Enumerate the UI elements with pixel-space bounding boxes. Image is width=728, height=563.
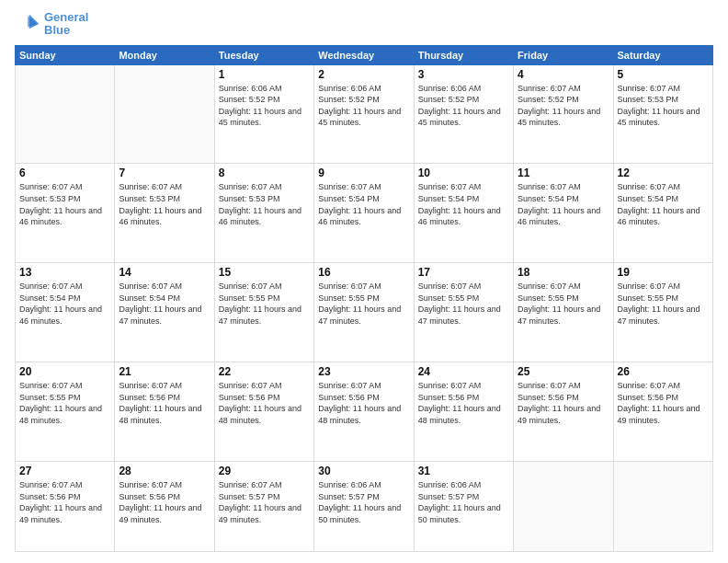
day-number: 13 [19, 266, 110, 279]
table-row: 14Sunrise: 6:07 AM Sunset: 5:54 PM Dayli… [115, 263, 214, 362]
table-row: 29Sunrise: 6:07 AM Sunset: 5:57 PM Dayli… [214, 461, 313, 551]
day-number: 24 [418, 365, 509, 378]
day-number: 18 [518, 266, 609, 279]
day-number: 1 [219, 68, 310, 81]
day-info: Sunrise: 6:07 AM Sunset: 5:55 PM Dayligh… [518, 281, 609, 327]
day-info: Sunrise: 6:07 AM Sunset: 5:56 PM Dayligh… [618, 380, 709, 426]
day-info: Sunrise: 6:07 AM Sunset: 5:53 PM Dayligh… [119, 181, 210, 227]
day-info: Sunrise: 6:06 AM Sunset: 5:52 PM Dayligh… [318, 83, 409, 129]
day-info: Sunrise: 6:07 AM Sunset: 5:54 PM Dayligh… [318, 181, 409, 227]
day-info: Sunrise: 6:07 AM Sunset: 5:56 PM Dayligh… [119, 479, 210, 525]
day-info: Sunrise: 6:07 AM Sunset: 5:54 PM Dayligh… [119, 281, 210, 327]
calendar-week-0: 1Sunrise: 6:06 AM Sunset: 5:52 PM Daylig… [16, 64, 713, 164]
day-number: 21 [119, 365, 210, 378]
table-row: 6Sunrise: 6:07 AM Sunset: 5:53 PM Daylig… [16, 164, 115, 263]
day-number: 4 [518, 68, 609, 81]
day-number: 14 [119, 266, 210, 279]
table-row: 19Sunrise: 6:07 AM Sunset: 5:55 PM Dayli… [613, 263, 712, 362]
calendar-table: Sunday Monday Tuesday Wednesday Thursday… [15, 45, 713, 552]
day-number: 28 [119, 465, 210, 477]
calendar-week-4: 27Sunrise: 6:07 AM Sunset: 5:56 PM Dayli… [16, 461, 713, 551]
calendar-week-3: 20Sunrise: 6:07 AM Sunset: 5:55 PM Dayli… [16, 362, 713, 462]
day-number: 11 [518, 167, 609, 179]
table-row: 2Sunrise: 6:06 AM Sunset: 5:52 PM Daylig… [314, 64, 414, 164]
logo-line2: Blue [44, 23, 70, 37]
table-row: 7Sunrise: 6:07 AM Sunset: 5:53 PM Daylig… [115, 164, 214, 263]
table-row: 5Sunrise: 6:07 AM Sunset: 5:53 PM Daylig… [613, 64, 712, 164]
day-info: Sunrise: 6:07 AM Sunset: 5:55 PM Dayligh… [19, 380, 110, 426]
table-row [16, 64, 115, 164]
day-info: Sunrise: 6:07 AM Sunset: 5:56 PM Dayligh… [19, 479, 110, 525]
table-row: 16Sunrise: 6:07 AM Sunset: 5:55 PM Dayli… [314, 263, 414, 362]
day-number: 19 [618, 266, 709, 279]
day-info: Sunrise: 6:07 AM Sunset: 5:53 PM Dayligh… [19, 181, 110, 227]
day-info: Sunrise: 6:07 AM Sunset: 5:55 PM Dayligh… [318, 281, 409, 327]
day-info: Sunrise: 6:07 AM Sunset: 5:54 PM Dayligh… [518, 181, 609, 227]
page: General Blue Sunday Monday Tuesday Wedne… [0, 0, 728, 563]
day-info: Sunrise: 6:07 AM Sunset: 5:57 PM Dayligh… [219, 479, 310, 525]
header: General Blue [15, 11, 713, 38]
day-number: 9 [318, 167, 409, 179]
day-number: 17 [418, 266, 509, 279]
col-monday: Monday [115, 45, 214, 64]
table-row: 25Sunrise: 6:07 AM Sunset: 5:56 PM Dayli… [514, 362, 613, 462]
day-info: Sunrise: 6:07 AM Sunset: 5:53 PM Dayligh… [219, 181, 310, 227]
table-row: 27Sunrise: 6:07 AM Sunset: 5:56 PM Dayli… [16, 461, 115, 551]
table-row: 31Sunrise: 6:06 AM Sunset: 5:57 PM Dayli… [414, 461, 513, 551]
table-row: 23Sunrise: 6:07 AM Sunset: 5:56 PM Dayli… [314, 362, 414, 462]
table-row: 8Sunrise: 6:07 AM Sunset: 5:53 PM Daylig… [214, 164, 313, 263]
table-row: 4Sunrise: 6:07 AM Sunset: 5:52 PM Daylig… [514, 64, 613, 164]
table-row: 24Sunrise: 6:07 AM Sunset: 5:56 PM Dayli… [414, 362, 513, 462]
col-tuesday: Tuesday [214, 45, 313, 64]
logo-icon [15, 11, 40, 37]
day-info: Sunrise: 6:07 AM Sunset: 5:55 PM Dayligh… [418, 281, 509, 327]
table-row: 13Sunrise: 6:07 AM Sunset: 5:54 PM Dayli… [16, 263, 115, 362]
logo-line1: General [44, 10, 88, 24]
calendar-week-2: 13Sunrise: 6:07 AM Sunset: 5:54 PM Dayli… [16, 263, 713, 362]
day-info: Sunrise: 6:07 AM Sunset: 5:56 PM Dayligh… [219, 380, 310, 426]
col-saturday: Saturday [613, 45, 712, 64]
table-row: 18Sunrise: 6:07 AM Sunset: 5:55 PM Dayli… [514, 263, 613, 362]
day-info: Sunrise: 6:07 AM Sunset: 5:53 PM Dayligh… [618, 83, 709, 129]
day-info: Sunrise: 6:07 AM Sunset: 5:55 PM Dayligh… [618, 281, 709, 327]
col-sunday: Sunday [16, 45, 115, 64]
table-row: 22Sunrise: 6:07 AM Sunset: 5:56 PM Dayli… [214, 362, 313, 462]
day-number: 27 [19, 465, 110, 477]
day-number: 30 [318, 465, 409, 477]
table-row: 12Sunrise: 6:07 AM Sunset: 5:54 PM Dayli… [613, 164, 712, 263]
table-row: 30Sunrise: 6:06 AM Sunset: 5:57 PM Dayli… [314, 461, 414, 551]
header-row: Sunday Monday Tuesday Wednesday Thursday… [16, 45, 713, 64]
day-number: 7 [119, 167, 210, 179]
day-number: 26 [618, 365, 709, 378]
logo-text: General Blue [44, 11, 88, 38]
col-thursday: Thursday [414, 45, 513, 64]
table-row: 3Sunrise: 6:06 AM Sunset: 5:52 PM Daylig… [414, 64, 513, 164]
table-row: 15Sunrise: 6:07 AM Sunset: 5:55 PM Dayli… [214, 263, 313, 362]
table-row [115, 64, 214, 164]
day-info: Sunrise: 6:07 AM Sunset: 5:56 PM Dayligh… [418, 380, 509, 426]
day-number: 16 [318, 266, 409, 279]
table-row: 10Sunrise: 6:07 AM Sunset: 5:54 PM Dayli… [414, 164, 513, 263]
day-number: 22 [219, 365, 310, 378]
table-row [514, 461, 613, 551]
calendar-week-1: 6Sunrise: 6:07 AM Sunset: 5:53 PM Daylig… [16, 164, 713, 263]
table-row [613, 461, 712, 551]
day-info: Sunrise: 6:07 AM Sunset: 5:55 PM Dayligh… [219, 281, 310, 327]
table-row: 26Sunrise: 6:07 AM Sunset: 5:56 PM Dayli… [613, 362, 712, 462]
col-wednesday: Wednesday [314, 45, 414, 64]
day-number: 8 [219, 167, 310, 179]
day-info: Sunrise: 6:06 AM Sunset: 5:52 PM Dayligh… [418, 83, 509, 129]
day-info: Sunrise: 6:06 AM Sunset: 5:57 PM Dayligh… [318, 479, 409, 525]
day-info: Sunrise: 6:06 AM Sunset: 5:52 PM Dayligh… [219, 83, 310, 129]
day-info: Sunrise: 6:07 AM Sunset: 5:52 PM Dayligh… [518, 83, 609, 129]
table-row: 17Sunrise: 6:07 AM Sunset: 5:55 PM Dayli… [414, 263, 513, 362]
table-row: 9Sunrise: 6:07 AM Sunset: 5:54 PM Daylig… [314, 164, 414, 263]
table-row: 1Sunrise: 6:06 AM Sunset: 5:52 PM Daylig… [214, 64, 313, 164]
day-number: 3 [418, 68, 509, 81]
day-info: Sunrise: 6:07 AM Sunset: 5:54 PM Dayligh… [418, 181, 509, 227]
day-info: Sunrise: 6:06 AM Sunset: 5:57 PM Dayligh… [418, 479, 509, 525]
col-friday: Friday [514, 45, 613, 64]
day-number: 20 [19, 365, 110, 378]
day-info: Sunrise: 6:07 AM Sunset: 5:56 PM Dayligh… [318, 380, 409, 426]
day-number: 5 [618, 68, 709, 81]
